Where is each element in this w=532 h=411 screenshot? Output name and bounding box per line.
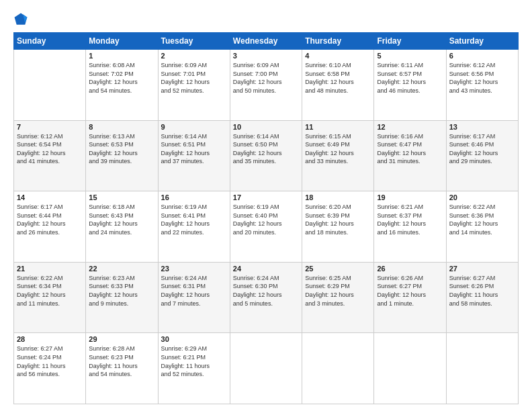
day-info: Sunrise: 6:18 AM Sunset: 6:43 PM Dayligh… [89,203,154,236]
day-number: 16 [161,193,227,201]
day-number: 21 [17,265,83,273]
calendar-week-row: 1Sunrise: 6:08 AM Sunset: 7:02 PM Daylig… [14,50,519,121]
calendar-cell: 3Sunrise: 6:09 AM Sunset: 7:00 PM Daylig… [230,50,302,121]
day-number: 27 [449,265,515,273]
day-info: Sunrise: 6:08 AM Sunset: 7:02 PM Dayligh… [89,61,154,95]
day-info: Sunrise: 6:24 AM Sunset: 6:31 PM Dayligh… [161,274,227,308]
day-header-thursday: Thursday [302,33,374,50]
calendar-week-row: 14Sunrise: 6:17 AM Sunset: 6:44 PM Dayli… [14,191,519,263]
day-number: 5 [377,52,443,60]
day-info: Sunrise: 6:09 AM Sunset: 7:00 PM Dayligh… [233,61,299,95]
day-info: Sunrise: 6:12 AM Sunset: 6:56 PM Dayligh… [449,61,515,95]
day-number: 17 [233,193,299,201]
day-number: 13 [449,123,515,131]
day-number: 9 [161,123,227,131]
calendar-cell: 14Sunrise: 6:17 AM Sunset: 6:44 PM Dayli… [14,191,86,263]
day-number: 19 [377,193,443,201]
calendar-cell: 22Sunrise: 6:23 AM Sunset: 6:33 PM Dayli… [86,262,158,333]
day-number: 4 [305,52,371,60]
calendar-cell: 4Sunrise: 6:10 AM Sunset: 6:58 PM Daylig… [302,50,374,121]
calendar-cell: 21Sunrise: 6:22 AM Sunset: 6:34 PM Dayli… [14,262,86,333]
calendar-cell: 1Sunrise: 6:08 AM Sunset: 7:02 PM Daylig… [86,50,158,121]
day-info: Sunrise: 6:09 AM Sunset: 7:01 PM Dayligh… [161,61,227,95]
day-number: 11 [305,123,371,131]
day-info: Sunrise: 6:27 AM Sunset: 6:26 PM Dayligh… [449,274,515,308]
day-info: Sunrise: 6:22 AM Sunset: 6:36 PM Dayligh… [449,203,515,236]
day-number: 29 [89,335,154,343]
day-info: Sunrise: 6:17 AM Sunset: 6:44 PM Dayligh… [17,203,83,236]
day-info: Sunrise: 6:28 AM Sunset: 6:23 PM Dayligh… [89,345,154,378]
day-info: Sunrise: 6:21 AM Sunset: 6:37 PM Dayligh… [377,203,443,236]
logo-icon [13,12,28,27]
logo [13,12,31,27]
calendar-cell: 5Sunrise: 6:11 AM Sunset: 6:57 PM Daylig… [374,50,446,121]
day-info: Sunrise: 6:24 AM Sunset: 6:30 PM Dayligh… [233,274,299,308]
calendar-cell [374,333,446,404]
day-number: 30 [161,335,227,343]
day-number: 15 [89,193,154,201]
day-number: 28 [17,335,83,343]
day-info: Sunrise: 6:13 AM Sunset: 6:53 PM Dayligh… [89,132,154,166]
calendar-cell: 17Sunrise: 6:19 AM Sunset: 6:40 PM Dayli… [230,191,302,263]
day-number: 2 [161,52,227,60]
calendar-cell [14,50,86,121]
day-number: 3 [233,52,299,60]
day-number: 12 [377,123,443,131]
day-info: Sunrise: 6:17 AM Sunset: 6:46 PM Dayligh… [449,132,515,166]
calendar-cell: 28Sunrise: 6:27 AM Sunset: 6:24 PM Dayli… [14,333,86,404]
calendar-cell: 27Sunrise: 6:27 AM Sunset: 6:26 PM Dayli… [446,262,518,333]
calendar-cell: 9Sunrise: 6:14 AM Sunset: 6:51 PM Daylig… [158,120,230,191]
calendar-cell: 13Sunrise: 6:17 AM Sunset: 6:46 PM Dayli… [446,120,518,191]
day-info: Sunrise: 6:14 AM Sunset: 6:51 PM Dayligh… [161,132,227,166]
day-number: 24 [233,265,299,273]
calendar-cell: 30Sunrise: 6:29 AM Sunset: 6:21 PM Dayli… [158,333,230,404]
day-info: Sunrise: 6:19 AM Sunset: 6:41 PM Dayligh… [161,203,227,236]
day-header-sunday: Sunday [14,33,86,50]
page: SundayMondayTuesdayWednesdayThursdayFrid… [0,0,532,411]
calendar-table: SundayMondayTuesdayWednesdayThursdayFrid… [13,32,519,404]
calendar-cell: 12Sunrise: 6:16 AM Sunset: 6:47 PM Dayli… [374,120,446,191]
day-number: 18 [305,193,371,201]
calendar-cell [302,333,374,404]
calendar-cell: 11Sunrise: 6:15 AM Sunset: 6:49 PM Dayli… [302,120,374,191]
calendar-week-row: 21Sunrise: 6:22 AM Sunset: 6:34 PM Dayli… [14,262,519,333]
calendar-cell: 7Sunrise: 6:12 AM Sunset: 6:54 PM Daylig… [14,120,86,191]
day-header-friday: Friday [374,33,446,50]
calendar-cell: 8Sunrise: 6:13 AM Sunset: 6:53 PM Daylig… [86,120,158,191]
day-info: Sunrise: 6:27 AM Sunset: 6:24 PM Dayligh… [17,345,83,378]
day-info: Sunrise: 6:16 AM Sunset: 6:47 PM Dayligh… [377,132,443,166]
day-info: Sunrise: 6:20 AM Sunset: 6:39 PM Dayligh… [305,203,371,236]
day-info: Sunrise: 6:23 AM Sunset: 6:33 PM Dayligh… [89,274,154,308]
day-number: 20 [449,193,515,201]
day-number: 7 [17,123,83,131]
day-info: Sunrise: 6:22 AM Sunset: 6:34 PM Dayligh… [17,274,83,308]
day-info: Sunrise: 6:12 AM Sunset: 6:54 PM Dayligh… [17,132,83,166]
day-info: Sunrise: 6:29 AM Sunset: 6:21 PM Dayligh… [161,345,227,378]
day-number: 22 [89,265,154,273]
day-info: Sunrise: 6:26 AM Sunset: 6:27 PM Dayligh… [377,274,443,308]
day-info: Sunrise: 6:10 AM Sunset: 6:58 PM Dayligh… [305,61,371,95]
day-info: Sunrise: 6:15 AM Sunset: 6:49 PM Dayligh… [305,132,371,166]
calendar-cell: 25Sunrise: 6:25 AM Sunset: 6:29 PM Dayli… [302,262,374,333]
day-number: 14 [17,193,83,201]
day-number: 6 [449,52,515,60]
calendar-cell [446,333,518,404]
calendar-cell: 29Sunrise: 6:28 AM Sunset: 6:23 PM Dayli… [86,333,158,404]
day-info: Sunrise: 6:14 AM Sunset: 6:50 PM Dayligh… [233,132,299,166]
day-number: 10 [233,123,299,131]
day-number: 8 [89,123,154,131]
day-header-monday: Monday [86,33,158,50]
calendar-cell: 23Sunrise: 6:24 AM Sunset: 6:31 PM Dayli… [158,262,230,333]
calendar-cell: 20Sunrise: 6:22 AM Sunset: 6:36 PM Dayli… [446,191,518,263]
day-header-wednesday: Wednesday [230,33,302,50]
calendar-header-row: SundayMondayTuesdayWednesdayThursdayFrid… [14,33,519,50]
day-header-tuesday: Tuesday [158,33,230,50]
calendar-week-row: 7Sunrise: 6:12 AM Sunset: 6:54 PM Daylig… [14,120,519,191]
header [13,12,519,27]
day-info: Sunrise: 6:25 AM Sunset: 6:29 PM Dayligh… [305,274,371,308]
day-header-saturday: Saturday [446,33,518,50]
day-number: 1 [89,52,154,60]
calendar-cell: 16Sunrise: 6:19 AM Sunset: 6:41 PM Dayli… [158,191,230,263]
calendar-cell: 26Sunrise: 6:26 AM Sunset: 6:27 PM Dayli… [374,262,446,333]
calendar-cell: 18Sunrise: 6:20 AM Sunset: 6:39 PM Dayli… [302,191,374,263]
